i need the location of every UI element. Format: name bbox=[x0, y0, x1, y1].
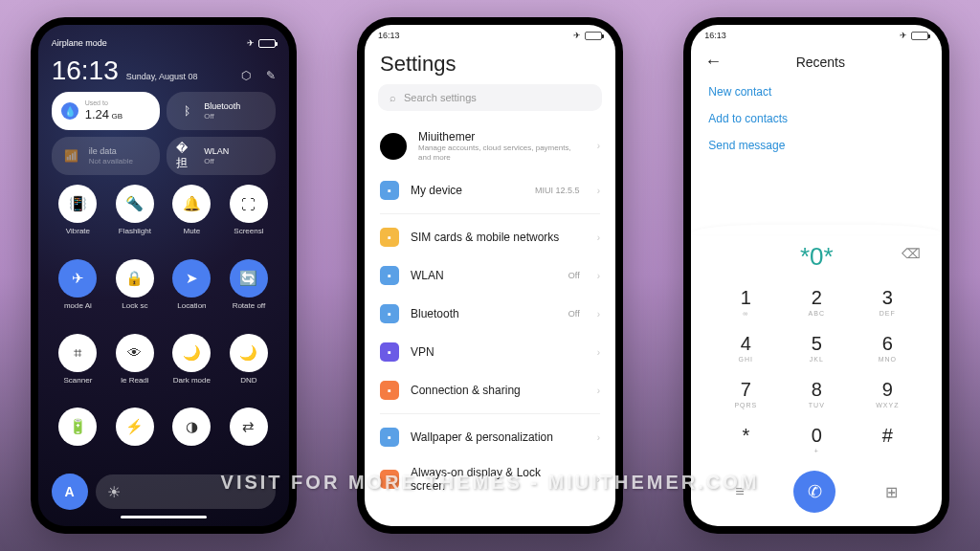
qs-toggle[interactable]: ⚡ bbox=[108, 408, 162, 468]
keypad-key[interactable]: * bbox=[710, 417, 781, 463]
bluetooth-tile[interactable]: ᛒ Bluetooth Off bbox=[167, 92, 276, 130]
status-label: Airplane mode bbox=[52, 38, 107, 48]
bluetooth-label: Bluetooth bbox=[204, 101, 240, 112]
settings-row[interactable]: ▪BluetoothOff› bbox=[365, 295, 615, 333]
keypad-key[interactable]: 2ABC bbox=[781, 279, 852, 325]
edit-icon[interactable]: ✎ bbox=[266, 69, 276, 82]
key-letters: DEF bbox=[880, 310, 896, 318]
qs-toggle[interactable]: 🔒Lock sc bbox=[108, 259, 162, 328]
qs-toggle[interactable]: ⌗Scanner bbox=[52, 334, 105, 403]
auto-brightness-button[interactable]: A bbox=[52, 474, 88, 510]
settings-row[interactable]: ▪SIM cards & mobile networks› bbox=[365, 218, 615, 256]
mobile-data-tile[interactable]: 📶 ile data Not available bbox=[52, 137, 161, 175]
qs-toggle[interactable]: ⇄ bbox=[222, 408, 276, 468]
qs-label: mode Ai bbox=[64, 301, 92, 310]
qs-label: Mute bbox=[184, 227, 201, 235]
settings-row[interactable]: ▪My deviceMIUI 12.5.5› bbox=[365, 171, 615, 209]
qs-icon: 🌙 bbox=[172, 334, 211, 372]
data-sub: Used to bbox=[85, 99, 122, 107]
menu-icon[interactable]: ≡ bbox=[735, 483, 744, 500]
brightness-slider[interactable]: ☀ bbox=[96, 474, 276, 509]
qs-label: Dark mode bbox=[173, 376, 211, 385]
backspace-icon[interactable]: ⌫ bbox=[902, 246, 921, 261]
call-button[interactable]: ✆ bbox=[793, 471, 835, 513]
back-button[interactable]: ← bbox=[704, 52, 722, 72]
qs-label: Flashlight bbox=[119, 227, 151, 235]
qs-toggle[interactable]: ✈mode Ai bbox=[52, 259, 105, 328]
settings-row[interactable]: ▪VPN› bbox=[365, 333, 615, 371]
key-number: 3 bbox=[882, 287, 893, 309]
qs-icon: ◑ bbox=[172, 408, 211, 446]
status-bar: Airplane mode ✈ bbox=[52, 38, 276, 48]
search-icon: ⌕ bbox=[390, 92, 396, 103]
settings-row[interactable]: ▪Always-on display & Lock screen› bbox=[365, 456, 615, 502]
qs-toggle[interactable]: ◑ bbox=[166, 408, 219, 468]
qs-toggle[interactable]: 🔄Rotate off bbox=[222, 259, 276, 328]
key-number: 2 bbox=[812, 287, 822, 309]
keypad-key[interactable]: 7PQRS bbox=[710, 371, 781, 417]
key-number: 4 bbox=[741, 333, 751, 355]
keypad-key[interactable]: 1∞ bbox=[710, 279, 781, 325]
contact-action[interactable]: Add to contacts bbox=[708, 112, 924, 125]
qs-toggle[interactable]: 🔋 bbox=[52, 408, 105, 468]
wlan-tile[interactable]: �担 WLAN Off bbox=[167, 137, 276, 175]
row-label: SIM cards & mobile networks bbox=[411, 231, 568, 244]
key-letters: JKL bbox=[810, 356, 824, 364]
qs-toggle[interactable]: 🌙Dark mode bbox=[166, 334, 219, 403]
data-usage-tile[interactable]: 💧 Used to 1.24 GB bbox=[52, 92, 161, 130]
qs-toggle[interactable]: 🔔Mute bbox=[166, 185, 219, 253]
phone-icon: ✆ bbox=[808, 481, 822, 502]
chevron-right-icon: › bbox=[597, 432, 600, 443]
keypad-key[interactable]: 5JKL bbox=[781, 325, 852, 371]
row-icon: ▪ bbox=[380, 428, 399, 447]
search-input[interactable]: ⌕ Search settings bbox=[378, 84, 602, 111]
key-letters: TUV bbox=[809, 402, 825, 409]
qs-icon: 🌙 bbox=[230, 334, 268, 372]
keypad-key[interactable]: 8TUV bbox=[781, 371, 852, 417]
row-icon: ▪ bbox=[380, 228, 399, 247]
qs-toggle[interactable]: ⛶Screensl bbox=[222, 185, 276, 253]
home-indicator[interactable] bbox=[121, 516, 207, 518]
data-unit: GB bbox=[111, 112, 122, 121]
qs-toggle[interactable]: 🔦Flashlight bbox=[108, 185, 162, 253]
row-icon: ▪ bbox=[380, 342, 399, 362]
keypad-key[interactable]: 9WXYZ bbox=[852, 371, 923, 417]
qs-icon: ⇄ bbox=[230, 408, 268, 446]
account-row[interactable]: Miuithemer Manage accounts, cloud servic… bbox=[365, 121, 615, 171]
qs-icon: 👁 bbox=[116, 334, 154, 372]
chevron-right-icon: › bbox=[597, 347, 600, 358]
battery-icon: ✈ bbox=[247, 38, 276, 48]
contact-action[interactable]: Send message bbox=[708, 139, 924, 152]
phone-dialer: 16:13 ✈ ← Recents New contactAdd to cont… bbox=[683, 17, 949, 534]
settings-row[interactable]: ▪WLANOff› bbox=[365, 256, 615, 295]
chevron-right-icon: › bbox=[597, 474, 600, 485]
row-icon: ▪ bbox=[380, 381, 399, 400]
keypad-key[interactable]: 0+ bbox=[781, 417, 852, 463]
account-sub: Manage accounts, cloud services, payment… bbox=[418, 143, 580, 162]
qs-icon: 🔄 bbox=[230, 259, 268, 298]
bluetooth-sub: Off bbox=[204, 112, 240, 121]
qs-toggle[interactable]: 🌙DND bbox=[222, 334, 276, 403]
settings-icon[interactable]: ⬡ bbox=[241, 69, 251, 82]
qs-toggle[interactable]: 📳Vibrate bbox=[52, 185, 105, 253]
qs-icon: 📳 bbox=[58, 185, 97, 223]
qs-icon: ➤ bbox=[172, 259, 211, 298]
row-icon: ▪ bbox=[380, 304, 399, 323]
keypad-key[interactable]: 6MNO bbox=[852, 325, 923, 371]
settings-row[interactable]: ▪Wallpaper & personalization› bbox=[365, 418, 615, 456]
qs-icon: ⛶ bbox=[230, 185, 268, 223]
qs-toggle[interactable]: ➤Location bbox=[166, 259, 219, 328]
dialpad-icon[interactable]: ⊞ bbox=[885, 483, 898, 501]
wlan-label: WLAN bbox=[204, 146, 229, 157]
settings-row[interactable]: ▪Connection & sharing› bbox=[365, 371, 615, 409]
qs-toggle[interactable]: 👁le Readi bbox=[108, 334, 162, 403]
row-value: Off bbox=[568, 309, 580, 319]
keypad-key[interactable]: 3DEF bbox=[852, 279, 923, 325]
control-center-screen: Airplane mode ✈ 16:13 Sunday, August 08 … bbox=[38, 25, 289, 526]
contact-action[interactable]: New contact bbox=[708, 85, 924, 99]
qs-label: le Readi bbox=[121, 376, 148, 385]
key-letters: WXYZ bbox=[876, 402, 899, 409]
keypad-key[interactable]: # bbox=[852, 417, 923, 463]
keypad-key[interactable]: 4GHI bbox=[710, 325, 781, 371]
wifi-icon: �担 bbox=[176, 145, 197, 166]
